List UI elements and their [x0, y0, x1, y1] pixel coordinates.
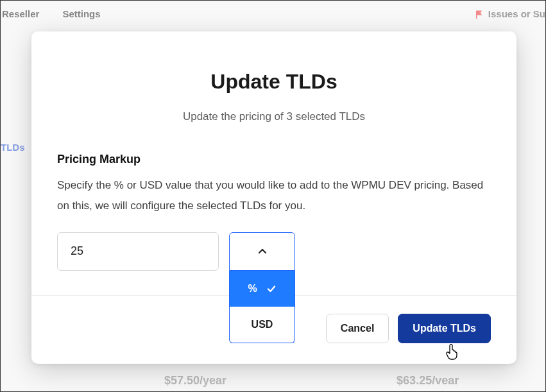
update-tlds-button[interactable]: Update TLDs [398, 314, 491, 343]
flag-icon [474, 9, 484, 19]
update-tlds-modal: Update TLDs Update the pricing of 3 sele… [31, 31, 516, 364]
cancel-button[interactable]: Cancel [326, 314, 389, 343]
bg-price-right: $63.25/vear [397, 374, 459, 388]
bg-nav-settings: Settings [62, 8, 100, 19]
dropdown-option-usd[interactable]: USD [230, 307, 294, 343]
markup-unit-dropdown[interactable]: % USD [229, 232, 295, 271]
markup-value-input[interactable] [57, 232, 219, 271]
bg-price-left: $57.50/year [164, 374, 226, 388]
markup-inputs-row: % USD [57, 232, 491, 271]
dropdown-toggle[interactable] [229, 232, 295, 271]
dropdown-option-percent[interactable]: % [230, 271, 294, 307]
bg-nav-reseller: Reseller [2, 8, 39, 19]
bg-tab-tlds: TLDs [1, 142, 25, 153]
pricing-markup-description: Specify the % or USD value that you woul… [57, 175, 491, 217]
bg-topbar: Reseller Settings Issues or Su [1, 1, 545, 27]
modal-subtitle: Update the pricing of 3 selected TLDs [57, 110, 491, 123]
dropdown-menu: % USD [229, 271, 295, 343]
modal-title: Update TLDs [57, 70, 491, 94]
pricing-markup-label: Pricing Markup [57, 153, 491, 166]
bg-prices-row: $57.50/year $63.25/vear [1, 374, 545, 388]
dropdown-option-label: % [248, 283, 257, 294]
check-icon [266, 284, 277, 294]
chevron-up-icon [257, 246, 268, 257]
bg-issues-label: Issues or Su [488, 8, 545, 19]
bg-issues-link: Issues or Su [474, 8, 545, 19]
dropdown-option-label: USD [252, 319, 273, 330]
